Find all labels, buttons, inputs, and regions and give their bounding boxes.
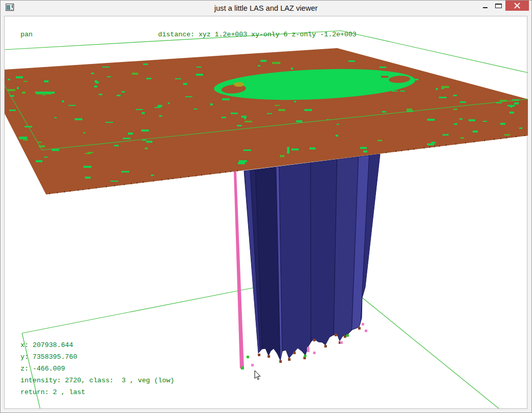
- svg-text:z: -466.009: z: -466.009: [20, 365, 65, 373]
- svg-text:return: 2 , last: return: 2 , last: [20, 388, 85, 396]
- svg-text:intensity: 2720, class: 3 , v: intensity: 2720, class: 3 , veg (low): [20, 377, 174, 384]
- svg-text:x: 207938.644: x: 207938.644: [20, 341, 73, 349]
- svg-text:pan: pan: [20, 31, 33, 38]
- svg-text:y: 7358395.760: y: 7358395.760: [20, 353, 77, 361]
- svg-text:distance: xyz 1.2e+003 xy-only: distance: xyz 1.2e+003 xy-only 6 z-only …: [158, 31, 357, 38]
